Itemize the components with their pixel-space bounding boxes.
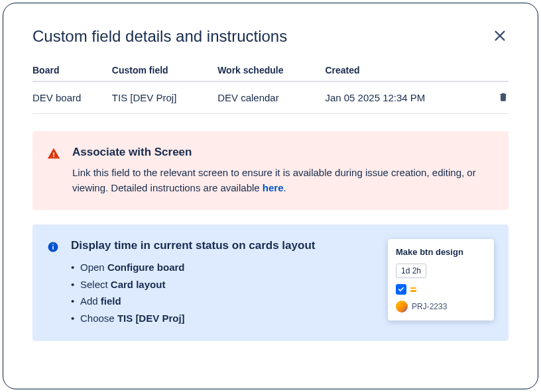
warning-title: Associate with Screen xyxy=(72,146,494,159)
cell-work-schedule: DEV calendar xyxy=(217,81,325,114)
close-button[interactable] xyxy=(491,27,509,46)
warning-panel: Associate with Screen Link this field to… xyxy=(32,131,509,210)
card-preview: Make btn design 1d 2h PRJ-2233 xyxy=(388,239,494,320)
card-duration-badge: 1d 2h xyxy=(396,264,426,278)
instructions-link[interactable]: here xyxy=(263,182,284,193)
priority-icon xyxy=(410,287,416,292)
avatar xyxy=(396,301,408,313)
delete-button[interactable] xyxy=(498,93,509,104)
cell-board: DEV board xyxy=(32,81,112,114)
details-table: Board Custom field Work schedule Created… xyxy=(32,65,509,114)
modal-dialog: Custom field details and instructions Bo… xyxy=(3,3,538,389)
trash-icon xyxy=(498,91,509,102)
info-step-2: Select Card layout xyxy=(80,276,381,293)
svg-rect-4 xyxy=(52,244,54,246)
modal-title: Custom field details and instructions xyxy=(32,27,287,46)
info-icon xyxy=(47,241,59,253)
svg-rect-3 xyxy=(52,246,54,250)
modal-header: Custom field details and instructions xyxy=(32,27,509,46)
cell-custom-field: TIS [DEV Proj] xyxy=(112,81,217,114)
card-footer: PRJ-2233 xyxy=(396,301,486,313)
cell-created: Jan 05 2025 12:34 PM xyxy=(325,81,489,114)
table-row: DEV board TIS [DEV Proj] DEV calendar Ja… xyxy=(32,81,509,114)
col-work-schedule: Work schedule xyxy=(217,65,325,81)
warning-content: Associate with Screen Link this field to… xyxy=(72,146,494,195)
warning-body: Link this field to the relevant screen t… xyxy=(72,166,494,195)
info-panel: Display time in current status on cards … xyxy=(32,224,509,341)
info-step-1: Open Configure board xyxy=(80,259,381,276)
warning-icon xyxy=(47,147,60,160)
col-board: Board xyxy=(32,65,112,81)
card-icons xyxy=(396,284,486,295)
info-step-4: Choose TIS [DEV Proj] xyxy=(80,310,381,327)
col-custom-field: Custom field xyxy=(112,65,217,81)
card-title: Make btn design xyxy=(396,247,486,257)
issue-key: PRJ-2233 xyxy=(412,302,447,311)
info-step-3: Add field xyxy=(80,293,381,310)
col-created: Created xyxy=(325,65,489,81)
checkbox-icon xyxy=(396,284,406,295)
info-title: Display time in current status on cards … xyxy=(71,239,381,252)
close-icon xyxy=(493,28,507,43)
info-steps: Open Configure board Select Card layout … xyxy=(71,259,381,326)
